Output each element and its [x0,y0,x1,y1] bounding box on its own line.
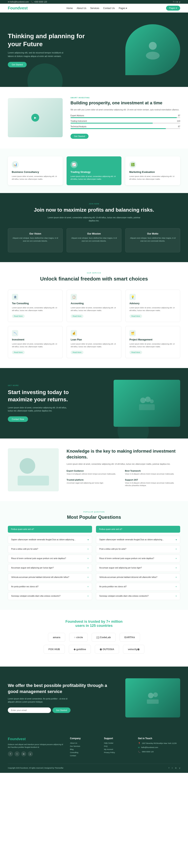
loan-icon: 💰 [71,330,77,336]
project-icon: 🗂️ [129,330,136,336]
svg-point-2 [140,398,146,403]
footer-link-help[interactable]: Help Center [104,742,132,744]
service-icon-1: 📊 [12,161,19,168]
nav-cta-button[interactable]: Pages ▾ [166,6,180,10]
email-icon: ✉ [138,746,139,749]
footer-contact-phone: 📞 0800 6000 120 [138,750,180,753]
faq-item-2[interactable]: Proin a tellus velit pro for ante? + [8,545,92,553]
footer-bottom-tw[interactable]: t [172,767,173,769]
footer-bottom-fb[interactable]: f [168,767,169,769]
hero-cta-button[interactable]: Get Started [8,62,27,67]
footer-link-services[interactable]: Our Services [70,745,98,747]
nav-about[interactable]: About Us [76,7,86,9]
faq-question-r4: Accumsan augue sed adipiscing per luctus… [99,566,177,569]
offer-email-input[interactable] [8,708,51,713]
faq-item-1[interactable]: Sapien ullamcorper vestibule venenatis f… [8,536,92,544]
footer-facebook-icon[interactable]: f [8,751,13,756]
feature-2-desc: Vivax in id aliquam ultrices lorem torqu… [125,473,180,475]
investment-read-more[interactable]: Read More [12,351,25,354]
faq-item-r7[interactable]: Sociosqu volutpat convallis diam vitia v… [96,592,180,600]
footer-linkedin-icon[interactable]: in [21,751,26,756]
footer-bottom-yt[interactable]: y [179,767,180,769]
faq-expand-icon-r6: + [176,585,177,588]
linkedin-icon[interactable]: in [177,1,178,3]
consulting-cta-button[interactable]: Contact Now [8,416,28,422]
invest-cta-button[interactable]: Get Started [70,134,89,139]
tax-read-more[interactable]: Read More [12,314,25,318]
nav-links: Home About Us Services Contact Us Pages … [66,7,127,9]
faq-item-r2[interactable]: Proin a tellus velit pro for ante? + [96,545,180,553]
freedom-card-loan: 💰 Loan Plan Lorem ipsum dolor sit amet, … [67,326,121,358]
twitter-icon[interactable]: t [175,1,175,3]
faq-expand-icon-r1: ▾ [176,538,177,541]
offer-image [125,678,180,717]
faq-section: POPULAR QUESTION Most Popular Questions … [0,501,188,610]
site-logo[interactable]: Foundvest [8,6,28,10]
footer-link-faq[interactable]: FAQ [104,745,132,747]
faq-item-5[interactable]: Vehicula accumsan primula habitant dictu… [8,574,92,581]
nav-home[interactable]: Home [66,7,73,9]
svg-point-10 [153,692,158,697]
footer-youtube-icon[interactable]: y [28,751,33,756]
advisory-desc: Lorem ipsum dolor sit amet, consectetur … [129,306,176,312]
footer-bottom-in[interactable]: in [175,767,177,769]
faq-q1-text: Sapien ullamcorper vestibule venenatis f… [11,538,75,541]
footer-contact-title: Get in Touch [138,737,180,740]
svg-point-0 [149,42,157,50]
nav-services[interactable]: Services [90,7,99,9]
consulting-label: GET MORE [8,384,90,386]
footer-link-about[interactable]: About Us [70,742,98,744]
faq-item-r1[interactable]: Sapien ullamcorper vestibule venenatis f… [96,536,180,544]
faq-item-7[interactable]: Sociosqu volutpat convallis diam vitia v… [8,592,92,600]
advisory-read-more[interactable]: Read More [129,314,142,318]
footer-phone-text: 0800 6000 120 [142,750,154,753]
footer-twitter-icon[interactable]: t [14,751,20,756]
join-cards: Our Vision Aliquam erat volutpat. Nunc e… [8,228,180,252]
faq-question-7: Sociosqu volutpat convallis diam vitia v… [11,595,89,597]
facebook-icon[interactable]: f [173,1,174,3]
nav-contact[interactable]: Contact Us [103,7,115,9]
footer-description: Dolarum sed aliquet sed interdum purus V… [8,743,64,749]
youtube-icon[interactable]: y [179,1,180,3]
service-card-2: 📈 Trading Strategy Lorem ipsum dolor sit… [67,156,121,185]
footer-link-contact[interactable]: Contact [70,755,98,756]
trading-progress-bar [70,123,180,124]
navbar: Foundvest Home About Us Services Contact… [0,4,188,12]
svg-point-9 [148,693,154,698]
faq-expand-icon-7: + [87,595,89,597]
faq-item-r6[interactable]: An porta porttitor nec doros sit? + [96,583,180,591]
faq-expand-icon-r3: + [176,557,177,560]
offer-cta-button[interactable]: Get Started [53,708,70,713]
loan-read-more[interactable]: Read More [71,351,84,354]
analysis-label: Technical Analysis [70,125,86,128]
project-title: Project Management [129,338,176,341]
freedom-label: OUR SERVICE [8,272,180,274]
logo-amara: amara [48,633,65,642]
service-title-1: Business Consultancy [12,170,59,174]
faq-item-3[interactable]: Risus id lorem certiorari justo augue pr… [8,555,92,562]
faq-item-r4[interactable]: Accumsan augue sed adipiscing per luctus… [96,564,180,572]
faq-item-r3[interactable]: Risus id lorem certiorari justo augue pr… [96,555,180,562]
faq-col-1: Finibus quam ante sed ut? Sapien ullamco… [8,526,92,600]
footer-link-privacy[interactable]: Privacy Policy [104,751,132,753]
footer-link-blog[interactable]: Blog [70,748,98,750]
project-read-more[interactable]: Read More [129,351,142,354]
faq-item-4[interactable]: Accumsan augue sed adipiscing per luctus… [8,564,92,572]
faq-item-r5[interactable]: Vehicula accumsan primula habitant dictu… [96,574,180,581]
footer-link-account[interactable]: My Account [104,748,132,750]
faq-qr3-text: Risus id lorem certiorari justo augue pr… [99,557,154,559]
logo-earth: EARTH∧ [120,633,140,642]
footer-link-consulting[interactable]: Consulting [70,751,98,753]
faq-question-6: An porta porttitor nec doros sit? + [11,585,89,588]
footer: Foundvest Dolarum sed aliquet sed interd… [0,729,188,773]
tax-desc: Lorem ipsum dolor sit amet, consectetur … [12,306,59,312]
nav-pages[interactable]: Pages ▾ [119,7,127,9]
footer-company-title: Company [70,737,98,740]
faq-item-6[interactable]: An porta porttitor nec doros sit? + [8,583,92,591]
accounting-read-more[interactable]: Read More [71,314,84,318]
faq-col-2: Finibus quam ante sed ut? Sapien ullamco… [96,526,180,600]
footer-address-text: 2307 Beverley Rd Brooklyn New York 11226 [142,742,177,745]
services-section: 📊 Business Consultancy Lorem ipsum dolor… [0,149,188,193]
play-button[interactable]: ▶ [31,114,39,122]
trusted-section: Foundvest is trusted by 7+ million users… [0,610,188,666]
